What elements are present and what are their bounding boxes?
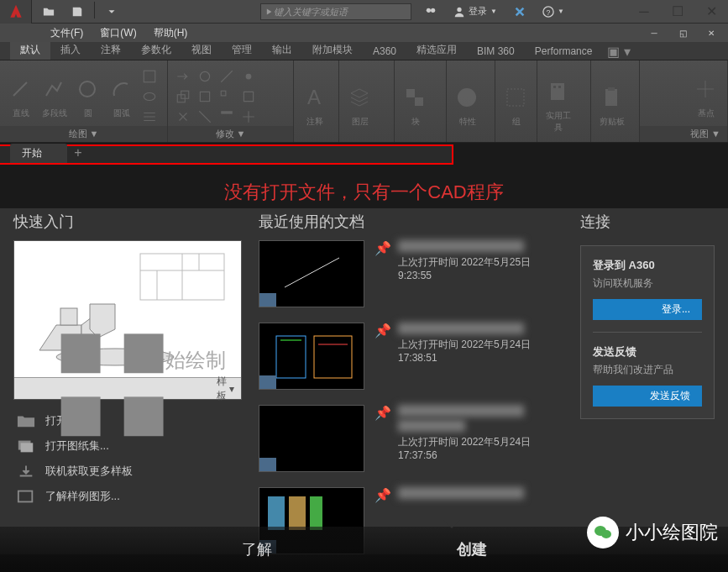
svg-line-40 (285, 258, 339, 287)
ribbon-panel-clipboard: 剪贴板 (591, 60, 640, 142)
open-icon[interactable] (35, 2, 62, 22)
line-button[interactable]: 直线 (7, 71, 35, 119)
search-input[interactable] (274, 7, 407, 17)
a360-login-button[interactable]: 登录... (593, 299, 702, 320)
ribbon-tab[interactable]: 参数化 (131, 40, 181, 60)
wechat-icon (587, 517, 619, 548)
minimize-button[interactable]: ─ (627, 1, 661, 23)
menu-bar: 文件(F) 窗口(W) 帮助(H) ─ ◱ ✕ (0, 24, 728, 42)
properties-button[interactable]: 特性 (453, 79, 482, 128)
svg-point-0 (427, 8, 431, 12)
ribbon-tab[interactable]: 视图 (181, 40, 222, 60)
infocenter-icon[interactable] (420, 4, 442, 19)
menu-file[interactable]: 文件(F) (42, 24, 92, 42)
ribbon-tab[interactable]: Performance (525, 43, 603, 60)
doc-close-icon[interactable]: ✕ (698, 23, 725, 43)
layer-button[interactable]: 图层 (346, 79, 374, 128)
recent-document[interactable]: 📌 上次打开时间 2022年5月25日 9:23:55 (259, 240, 563, 307)
ribbon-tab[interactable]: 输出 (262, 40, 302, 60)
ribbon: 直线 多段线 圆 圆弧 绘图 ▼ 修改 ▼ A注释 图层 块 特性 (0, 60, 728, 143)
save-icon[interactable] (64, 2, 91, 22)
ribbon-tab[interactable]: BIM 360 (467, 43, 525, 60)
pin-icon[interactable]: 📌 (374, 240, 388, 307)
quick-access-toolbar (32, 2, 128, 22)
tools-button[interactable]: 实用工具 (544, 73, 573, 134)
doc-minimize-icon[interactable]: ─ (641, 23, 668, 43)
ribbon-panel-layer: 图层 (339, 60, 395, 142)
ribbon-tab[interactable]: 管理 (222, 40, 262, 60)
ribbon-panel-draw: 直线 多段线 圆 圆弧 绘图 ▼ (0, 60, 168, 142)
svg-rect-33 (61, 333, 101, 373)
ribbon-panel-base: 基点 视图 ▼ (640, 60, 728, 142)
document-tabs: 开始 + (0, 144, 453, 165)
online-templates-button[interactable]: 联机获取更多样板 (13, 459, 242, 484)
dropdown-icon[interactable] (98, 2, 125, 22)
svg-rect-14 (221, 111, 233, 113)
window-controls: ─ ☐ ✕ (627, 1, 728, 23)
nav-learn[interactable]: 了解 (242, 539, 272, 559)
svg-point-8 (144, 93, 155, 101)
ribbon-panel-block: 块 (395, 60, 447, 142)
help-icon[interactable]: ?▼ (537, 4, 569, 19)
close-button[interactable]: ✕ (694, 1, 728, 23)
menu-help[interactable]: 帮助(H) (145, 24, 196, 42)
nav-create[interactable]: 创建 (457, 539, 487, 559)
connect-title: 连接 (580, 208, 715, 240)
svg-rect-34 (124, 333, 164, 373)
block-button[interactable]: 块 (401, 79, 430, 128)
svg-rect-35 (61, 396, 101, 436)
ribbon-panel-properties: 特性 (447, 60, 495, 142)
tab-add-button[interactable]: + (67, 143, 89, 163)
app-logo (0, 0, 32, 24)
ribbon-tab[interactable]: 精选应用 (406, 40, 467, 60)
menu-window[interactable]: 窗口(W) (92, 24, 144, 42)
ribbon-tabs: 默认 插入 注释 参数化 视图 管理 输出 附加模块 A360 精选应用 BIM… (0, 42, 728, 60)
svg-rect-47 (310, 496, 322, 530)
group-button[interactable]: 组 (502, 79, 530, 128)
arc-button[interactable]: 圆弧 (107, 71, 136, 119)
polyline-button[interactable]: 多段线 (40, 71, 69, 119)
quick-start-title: 快速入门 (13, 208, 242, 240)
text-button[interactable]: A注释 (301, 79, 329, 128)
ribbon-tab[interactable]: 注释 (91, 40, 131, 60)
ribbon-tab[interactable]: 插入 (50, 40, 91, 60)
login-button[interactable]: 登录 ▼ (448, 3, 502, 19)
svg-rect-36 (124, 396, 164, 436)
pin-icon[interactable]: 📌 (374, 405, 388, 472)
recent-document[interactable]: 📌 上次打开时间 2022年5月24日 17:38:51 (259, 323, 563, 390)
circle-button[interactable]: 圆 (74, 71, 102, 119)
svg-text:A: A (307, 86, 321, 108)
svg-rect-7 (144, 71, 155, 82)
ribbon-panel-modify: 修改 ▼ (168, 60, 294, 142)
pin-icon[interactable]: 📌 (374, 323, 388, 390)
recent-document[interactable]: 📌 上次打开时间 2022年5月24日 17:37:56 (259, 405, 563, 472)
tab-start[interactable]: 开始 (10, 144, 67, 163)
svg-rect-45 (268, 496, 285, 530)
base-button[interactable]: 基点 (692, 71, 720, 119)
svg-line-5 (13, 82, 27, 96)
ribbon-expand-icon[interactable]: ▣ ▾ (607, 44, 630, 60)
sample-drawings-button[interactable]: 了解样例图形... (13, 484, 242, 509)
recent-title: 最近使用的文档 (259, 208, 563, 240)
ribbon-tab[interactable]: 附加模块 (302, 40, 363, 60)
grid-icon (21, 326, 212, 452)
feedback-button[interactable]: 发送反馈 (593, 386, 702, 407)
svg-rect-17 (406, 89, 415, 97)
clipboard-button[interactable]: 剪贴板 (598, 79, 626, 128)
doc-restore-icon[interactable]: ◱ (669, 23, 696, 43)
chevron-down-icon: ▾ (229, 383, 234, 395)
start-drawing-button[interactable]: 开始绘制 样板 ▾ (13, 240, 242, 400)
svg-rect-31 (60, 308, 77, 325)
search-box[interactable] (260, 3, 411, 20)
ribbon-tab[interactable]: 默认 (10, 40, 50, 60)
ribbon-panel-annotate: A注释 (294, 60, 339, 142)
svg-point-2 (457, 7, 461, 11)
maximize-button[interactable]: ☐ (661, 1, 694, 23)
exchange-icon[interactable] (509, 4, 531, 19)
title-right: 登录 ▼ ?▼ (420, 3, 569, 19)
ribbon-tab[interactable]: A360 (363, 43, 406, 60)
ribbon-panel-group: 组 (495, 60, 537, 142)
template-dropdown[interactable]: 样板 ▾ (14, 377, 241, 399)
connect-panel: 登录到 A360 访问联机服务 登录... 发送反馈 帮助我们改进产品 发送反馈 (580, 245, 715, 419)
play-icon (264, 7, 274, 17)
